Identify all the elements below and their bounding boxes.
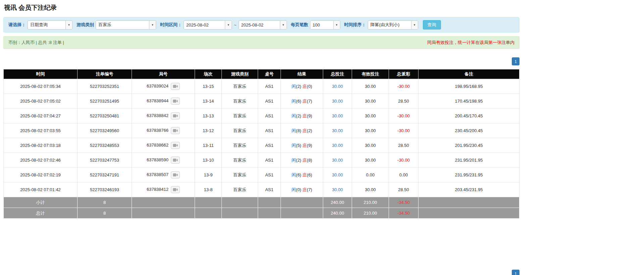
cell-session: 13-8 — [195, 182, 222, 197]
result-banker-value: (7) — [307, 187, 312, 192]
cell-time: 2025-08-02 07:04:27 — [4, 109, 78, 123]
payout-value: -30.00 — [397, 128, 410, 133]
cell-round-id: 637838842 — [132, 109, 195, 123]
total-bet-link[interactable]: 30.00 — [332, 99, 343, 104]
search-button[interactable]: 查询 — [423, 20, 441, 30]
cell-result: 闲(2) 庄(9) — [281, 109, 323, 123]
video-replay-button[interactable] — [171, 112, 180, 119]
summary-bar: 币别：人民币 | 总共 :8 注单 | 同局有效投注，统一计算在该局第一张注单内 — [3, 36, 519, 49]
result-player-label: 闲 — [292, 99, 296, 104]
cell-total-bet: 30.00 — [323, 123, 352, 138]
cell-bet-id: 522703247753 — [78, 153, 132, 168]
empty-cell — [132, 208, 195, 219]
table-row: 2025-08-02 07:03:55522703249560637838766… — [4, 123, 519, 138]
total-bet-link[interactable]: 30.00 — [332, 143, 343, 148]
cell-session: 13-12 — [195, 123, 222, 138]
cell-table-no: AS1 — [258, 79, 281, 94]
date-from-input[interactable] — [184, 21, 225, 29]
total-label: 总计 — [4, 208, 78, 219]
game-type-input[interactable] — [96, 21, 149, 29]
video-camera-icon — [173, 85, 178, 88]
query-type-dropdown-arrow-icon[interactable]: ▾ — [65, 21, 72, 29]
total-bet-link[interactable]: 30.00 — [332, 172, 343, 177]
cell-session: 13-13 — [195, 109, 222, 123]
empty-cell — [281, 197, 323, 208]
video-replay-button[interactable] — [171, 127, 180, 134]
date-to-input[interactable] — [239, 21, 280, 29]
page-size-combo: ▾ — [310, 20, 340, 30]
empty-cell — [222, 208, 258, 219]
game-type-dropdown-arrow-icon[interactable]: ▾ — [149, 21, 156, 29]
page-size-input[interactable] — [310, 21, 333, 29]
cell-game-type: 百家乐 — [222, 138, 258, 153]
cell-payout: 28.50 — [389, 138, 418, 153]
header-round-id: 局号 — [132, 69, 195, 79]
video-replay-button[interactable] — [171, 83, 180, 90]
cell-payout: -30.00 — [389, 109, 418, 123]
time-sort-input[interactable] — [368, 21, 411, 29]
result-player-value: (5) — [296, 143, 301, 148]
cell-note: 230.45/200.45 — [418, 123, 519, 138]
game-type-combo: ▾ — [96, 20, 156, 30]
cell-result: 闲(0) 庄(7) — [281, 182, 323, 197]
video-replay-button[interactable] — [171, 98, 180, 105]
bet-records-table: 时间 注单编号 局号 场次 游戏类别 桌号 结果 总投注 有效投注 总派彩 备注… — [3, 69, 519, 219]
subtotal-payout: -34.50 — [389, 197, 418, 208]
video-replay-button[interactable] — [171, 142, 180, 149]
valid-bet-notice-text: 同局有效投注，统一计算在该局第一张注单内 — [427, 40, 514, 46]
total-bet-link[interactable]: 30.00 — [332, 113, 343, 118]
page-1-button[interactable]: 1 — [512, 270, 519, 275]
empty-cell — [258, 197, 281, 208]
video-replay-button[interactable] — [171, 157, 180, 164]
cell-time: 2025-08-02 07:01:42 — [4, 182, 78, 197]
cell-round-id: 637838662 — [132, 138, 195, 153]
cell-total-bet: 30.00 — [323, 153, 352, 168]
pagination-bottom: 1 — [3, 270, 519, 275]
cell-session: 13-11 — [195, 138, 222, 153]
page-title: 视讯 会员下注纪录 — [3, 3, 519, 12]
video-replay-button[interactable] — [171, 171, 180, 178]
bet-table-body: 2025-08-02 07:05:34522703252351637839024… — [4, 79, 519, 197]
empty-cell — [222, 197, 258, 208]
video-replay-button[interactable] — [171, 186, 180, 193]
cell-note: 231.95/231.95 — [418, 168, 519, 182]
video-camera-icon — [173, 158, 178, 162]
total-row: 总计 8 240.00 210.00 -34.50 — [4, 208, 519, 219]
header-session: 场次 — [195, 69, 222, 79]
cell-bet-id: 522703251495 — [78, 94, 132, 109]
subtotal-row: 小计 8 240.00 210.00 -34.50 — [4, 197, 519, 208]
subtotal-label: 小计 — [4, 197, 78, 208]
total-valid-bet: 210.00 — [352, 208, 389, 219]
time-range-label: 时间区间： — [160, 22, 182, 28]
pagination-top: 1 — [3, 57, 519, 65]
page-1-button[interactable]: 1 — [512, 57, 519, 65]
cell-round-id: 637838766 — [132, 123, 195, 138]
query-type-input[interactable] — [28, 21, 65, 29]
video-camera-icon — [173, 173, 178, 177]
cell-bet-id: 522703250481 — [78, 109, 132, 123]
result-banker-label: 庄 — [302, 143, 307, 148]
total-bet-link[interactable]: 30.00 — [332, 128, 343, 133]
result-player-value: (2) — [296, 84, 301, 89]
cell-payout: -30.00 — [389, 123, 418, 138]
cell-time: 2025-08-02 07:02:46 — [4, 153, 78, 168]
currency-summary-text: 币别：人民币 | 总共 :8 注单 | — [8, 40, 64, 46]
cell-game-type: 百家乐 — [222, 153, 258, 168]
cell-table-no: AS1 — [258, 168, 281, 182]
result-banker-label: 庄 — [302, 158, 307, 163]
total-bet-link[interactable]: 30.00 — [332, 187, 343, 192]
total-bet-link[interactable]: 30.00 — [332, 158, 343, 163]
payout-value: 28.50 — [398, 99, 409, 104]
date-from-dropdown-arrow-icon[interactable]: ▾ — [225, 21, 232, 29]
result-player-value: (6) — [296, 172, 301, 177]
total-bet-link[interactable]: 30.00 — [332, 84, 343, 89]
date-to-dropdown-arrow-icon[interactable]: ▾ — [280, 21, 287, 29]
result-player-label: 闲 — [292, 143, 296, 148]
game-type-label: 游戏类别 — [77, 22, 94, 28]
page-size-dropdown-arrow-icon[interactable]: ▾ — [333, 21, 340, 29]
header-table-no: 桌号 — [258, 69, 281, 79]
time-sort-dropdown-arrow-icon[interactable]: ▾ — [411, 21, 418, 29]
filter-bar: 请选择： ▾ 游戏类别 ▾ 时间区间： ▾ ~ ▾ 每页笔数 ▾ 时间排序： ▾ — [3, 17, 519, 33]
cell-valid-bet: 30.00 — [352, 94, 389, 109]
empty-cell — [281, 208, 323, 219]
